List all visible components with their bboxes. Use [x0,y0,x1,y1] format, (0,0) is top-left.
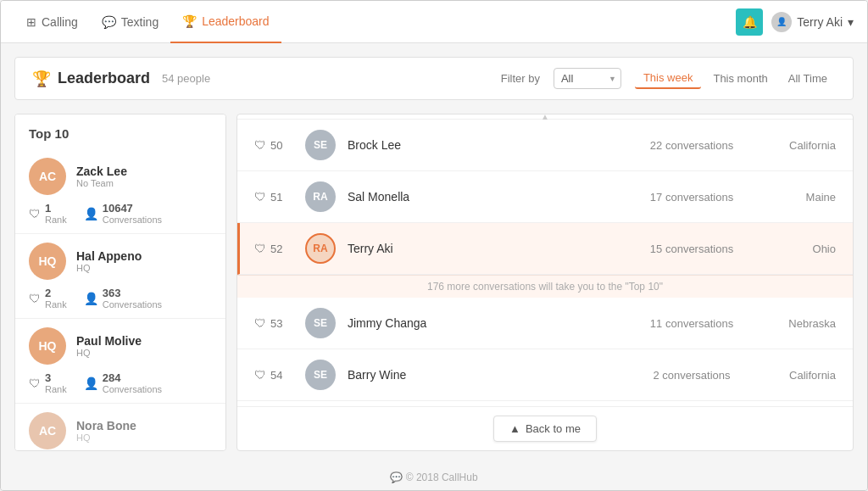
shield-icon: 🛡 [254,242,266,255]
rank-stat: 🛡 2 Rank [29,287,67,310]
sidebar-item[interactable]: AC Nora Bone HQ [15,404,225,451]
rank-col: 🛡 54 [254,368,305,382]
this-week-filter[interactable]: This week [635,68,702,89]
calling-icon: ⊞ [26,15,36,29]
location: Maine [751,191,836,204]
nav-items: ⊞ Calling 💬 Texting 🏆 Leaderboard [14,1,736,43]
rank-value: 2 [45,287,67,299]
list-scroll[interactable]: ▲ 🛡 50 SE Brock Lee 22 conversations Cal… [237,114,853,406]
nav-leaderboard[interactable]: 🏆 Leaderboard [170,1,281,43]
bell-icon: 🔔 [743,15,757,29]
location: California [751,369,836,382]
rank-label: Rank [45,384,67,394]
promotion-message: 176 more conversations will take you to … [237,275,853,298]
back-to-me-button[interactable]: ▲ Back to me [493,416,597,442]
conv-icon: 👤 [84,207,98,220]
rank-col: 🛡 50 [254,138,305,152]
nav-texting[interactable]: 💬 Texting [90,1,170,43]
conv-value: 10647 [103,202,162,215]
sidebar-stats: 🛡 1 Rank 👤 10647 Conversations [29,202,212,225]
team-label: HQ [76,263,142,273]
time-filters: This week This month All Time [635,68,836,89]
main-list: ▲ 🛡 50 SE Brock Lee 22 conversations Cal… [236,114,854,451]
rank-col: 🛡 51 [254,190,305,204]
trophy-nav-icon: 🏆 [182,14,197,28]
conversations: 15 conversations [632,243,751,255]
calling-label: Calling [42,15,78,29]
user-info: Zack Lee No Team [76,165,127,188]
team-label: HQ [76,432,136,443]
list-row[interactable]: 🛡 54 SE Barry Wine 2 conversations Calif… [237,349,853,401]
conv-label: Conversations [103,215,162,225]
people-count: 54 people [162,72,210,85]
rank-number: 54 [270,369,282,382]
avatar: SE [305,360,336,390]
copyright: © 2018 CallHub [406,471,478,483]
footer-icon: 💬 [390,471,403,483]
user-avatar: 👤 [771,12,792,32]
user-initials: 👤 [776,17,787,26]
conv-value: 363 [103,287,162,299]
sidebar-item-top: AC Zack Lee No Team [29,158,212,195]
sidebar: Top 10 AC Zack Lee No Team 🛡 [14,114,226,451]
footer: 💬 © 2018 CallHub [1,465,867,490]
person-name: Brock Lee [348,138,632,152]
list-row[interactable]: 🛡 50 SE Brock Lee 22 conversations Calif… [237,120,853,171]
rank-label: Rank [45,299,67,310]
app-container: ⊞ Calling 💬 Texting 🏆 Leaderboard 🔔 👤 Te… [0,0,868,491]
current-user-avatar: RA [305,233,336,264]
person-name: Terry Aki [348,242,632,255]
list-row[interactable]: 🛡 53 SE Jimmy Changa 11 conversations Ne… [237,298,853,349]
conv-stat: 👤 10647 Conversations [84,202,162,225]
location: Ohio [751,243,836,255]
shield-icon: 🛡 [254,316,266,330]
nav-calling[interactable]: ⊞ Calling [14,1,90,43]
user-name-label: Nora Bone [76,419,136,432]
sidebar-stats: 🛡 2 Rank 👤 363 Conversations [29,287,212,310]
user-info: Paul Molive HQ [76,334,142,358]
user-menu[interactable]: 👤 Terry Aki ▾ [771,12,854,32]
sidebar-item[interactable]: AC Zack Lee No Team 🛡 1 Rank [15,149,225,234]
list-row[interactable]: 🛡 51 RA Sal Monella 17 conversations Mai… [237,171,853,223]
conv-value: 284 [103,371,162,384]
all-time-filter[interactable]: All Time [780,68,836,89]
avatar: HQ [29,327,66,365]
leaderboard-heading: Leaderboard [58,70,150,87]
user-info: Nora Bone HQ [76,419,136,443]
user-name: Terry Aki [797,15,843,29]
filter-select-wrapper: All [554,68,621,89]
conv-stat: 👤 284 Conversations [84,371,162,394]
conv-stat: 👤 363 Conversations [84,287,162,310]
rank-number: 51 [270,191,282,204]
conv-label: Conversations [103,299,162,310]
notification-bell[interactable]: 🔔 [736,8,763,36]
body-layout: Top 10 AC Zack Lee No Team 🛡 [14,114,854,451]
avatar: HQ [29,243,66,280]
sidebar-item[interactable]: HQ Paul Molive HQ 🛡 3 Rank [15,319,225,404]
rank-col: 🛡 52 [254,242,305,255]
conv-label: Conversations [103,384,162,394]
filter-select[interactable]: All [554,68,621,89]
top10-label: Top 10 [15,114,225,149]
rank-icon: 🛡 [29,377,41,390]
sidebar-item[interactable]: HQ Hal Appeno HQ 🛡 2 Rank [15,234,225,319]
conversations: 2 conversations [632,369,751,382]
current-user-row[interactable]: 🛡 52 RA Terry Aki 15 conversations Ohio [237,223,853,275]
sidebar-stats: 🛡 3 Rank 👤 284 Conversations [29,371,212,394]
chevron-up-icon: ▲ [509,422,520,435]
user-name-label: Hal Appeno [76,249,142,263]
leaderboard-header: 🏆 Leaderboard 54 people Filter by All Th… [14,57,854,100]
this-month-filter[interactable]: This month [704,68,776,89]
user-name-label: Zack Lee [76,165,127,178]
shield-icon: 🛡 [254,368,266,382]
nav-right: 🔔 👤 Terry Aki ▾ [736,8,854,36]
avatar: RA [305,181,336,212]
shield-icon: 🛡 [254,138,266,152]
conv-icon: 👤 [84,377,98,390]
avatar: AC [29,158,66,195]
rank-label: Rank [45,215,67,225]
conv-icon: 👤 [84,292,98,305]
texting-label: Texting [121,15,159,29]
person-name: Jimmy Changa [348,316,632,330]
avatar: AC [29,412,66,449]
